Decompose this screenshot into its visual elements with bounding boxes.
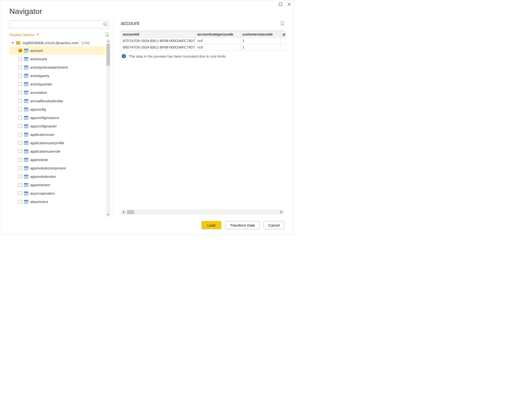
- column-header[interactable]: accountcategorycode: [195, 31, 241, 38]
- load-button[interactable]: Load: [202, 221, 221, 229]
- tree-item-checkbox[interactable]: [19, 124, 22, 128]
- preview-grid-wrap: accountidaccountcategorycodecustomersize…: [121, 31, 284, 51]
- table-icon: [24, 141, 28, 145]
- tree-item-checkbox[interactable]: [19, 57, 22, 61]
- tree-item[interactable]: asyncoperation: [9, 189, 106, 197]
- tree-item-checkbox[interactable]: [19, 183, 22, 187]
- table-icon: [24, 200, 28, 204]
- scroll-up-icon[interactable]: [106, 39, 110, 44]
- options-row: Display Options: [9, 31, 110, 39]
- window-controls: [278, 2, 291, 7]
- table-icon: [24, 150, 28, 153]
- table-row[interactable]: 89D7A7D0-292A-EB11-BF68-000D3AFC74D7null…: [121, 44, 285, 51]
- cell-customersizecode[interactable]: 1: [241, 38, 281, 44]
- h-scroll-track[interactable]: [127, 210, 278, 215]
- dialog-header: Navigator: [0, 0, 293, 19]
- tree-item-checkbox[interactable]: [19, 150, 22, 153]
- close-icon[interactable]: [287, 2, 291, 7]
- navigator-tree[interactable]: org0b539308.crm10.dynamics.com [199] acc…: [9, 39, 106, 217]
- refresh-list-icon[interactable]: [105, 32, 109, 37]
- scroll-right-icon[interactable]: [278, 211, 284, 214]
- tree-root[interactable]: org0b539308.crm10.dynamics.com [199]: [9, 39, 106, 46]
- column-header[interactable]: accountid: [121, 31, 195, 38]
- table-icon: [24, 166, 28, 170]
- table-icon: [24, 192, 28, 195]
- tree-item-checkbox[interactable]: [19, 116, 22, 120]
- column-header[interactable]: pr: [281, 31, 285, 38]
- tree-item-checkbox[interactable]: [19, 108, 22, 111]
- table-icon: [24, 49, 28, 52]
- preview-h-scrollbar[interactable]: [121, 210, 284, 215]
- cell-accountcategorycode[interactable]: null: [195, 38, 241, 44]
- tree-item[interactable]: activitymimeattachment: [9, 63, 106, 72]
- cancel-button[interactable]: Cancel: [264, 221, 284, 229]
- preview-grid[interactable]: accountidaccountcategorycodecustomersize…: [121, 31, 285, 51]
- tree-item-checkbox[interactable]: [19, 74, 22, 78]
- tree-item[interactable]: attachment: [9, 197, 106, 206]
- tree-item-label: annotation: [30, 91, 47, 94]
- search-input[interactable]: [9, 20, 109, 28]
- tree-item-checkbox[interactable]: [19, 175, 22, 178]
- maximize-icon[interactable]: [278, 2, 283, 7]
- scroll-left-icon[interactable]: [121, 211, 127, 214]
- tree-item[interactable]: applicationuserrole: [9, 147, 106, 155]
- tree-item-label: appconfigmaster: [30, 124, 57, 128]
- chevron-down-icon: [37, 34, 39, 35]
- column-header[interactable]: customersizecode: [241, 31, 281, 38]
- tree-item[interactable]: actioncard: [9, 55, 106, 63]
- tree-item[interactable]: annualfiscalcalendar: [9, 97, 106, 105]
- search-wrap: [9, 20, 109, 28]
- tree-item-checkbox[interactable]: [19, 192, 22, 195]
- h-scroll-thumb[interactable]: [127, 210, 134, 214]
- cell-customersizecode[interactable]: 1: [241, 44, 281, 51]
- svg-rect-0: [279, 3, 282, 6]
- tree-item-checkbox[interactable]: [19, 49, 22, 52]
- cell-accountcategorycode[interactable]: null: [195, 44, 241, 51]
- tree-item[interactable]: annotation: [9, 88, 106, 97]
- tree-item-checkbox[interactable]: [19, 91, 22, 94]
- tree-item-checkbox[interactable]: [19, 82, 22, 86]
- tree-item[interactable]: applicationuserprofile: [9, 139, 106, 147]
- table-icon: [24, 108, 28, 111]
- cell-accountid[interactable]: 89D7A7D0-292A-EB11-BF68-000D3AFC74D7: [121, 44, 195, 51]
- tree-item[interactable]: account: [9, 46, 106, 55]
- table-row[interactable]: 87D7A7D0-292A-EB11-BF68-000D3AFC74D7null…: [121, 38, 285, 44]
- svg-point-1: [104, 22, 106, 25]
- tree-item[interactable]: appmoduleroles: [9, 172, 106, 181]
- right-pane: account accountidaccountcategorycodecust…: [113, 19, 293, 217]
- tree-item-checkbox[interactable]: [19, 133, 22, 136]
- scroll-track[interactable]: [106, 44, 110, 212]
- tree-scrollbar[interactable]: [106, 39, 110, 217]
- cell-truncated[interactable]: [281, 38, 285, 44]
- tree-item-label: activitymimeattachment: [30, 65, 68, 69]
- expand-arrow-icon[interactable]: [12, 42, 14, 44]
- scroll-down-icon[interactable]: [106, 212, 110, 217]
- tree-item[interactable]: appconfig: [9, 105, 106, 113]
- tree-item-checkbox[interactable]: [19, 141, 22, 145]
- root-count: [199]: [81, 41, 89, 45]
- tree-item[interactable]: activityparty: [9, 72, 106, 80]
- refresh-preview-icon[interactable]: [280, 21, 284, 26]
- table-icon: [24, 91, 28, 94]
- tree-item[interactable]: appconfigmaster: [9, 122, 106, 130]
- tree-item[interactable]: appointment: [9, 181, 106, 189]
- transform-data-button[interactable]: Transform Data: [226, 221, 260, 229]
- dialog-body: Display Options org0b539308.crm10.dynami…: [0, 19, 293, 217]
- scroll-thumb[interactable]: [107, 44, 110, 66]
- search-icon[interactable]: [103, 22, 108, 26]
- tree-item[interactable]: appconfiginstance: [9, 113, 106, 122]
- display-options-dropdown[interactable]: Display Options: [9, 33, 39, 37]
- cell-accountid[interactable]: 87D7A7D0-292A-EB11-BF68-000D3AFC74D7: [121, 38, 195, 44]
- table-icon: [24, 65, 28, 69]
- tree-item-checkbox[interactable]: [19, 65, 22, 69]
- tree-item[interactable]: applicationuser: [9, 130, 106, 139]
- tree-item-label: activityparty: [30, 74, 49, 78]
- tree-item-checkbox[interactable]: [19, 166, 22, 170]
- tree-item-checkbox[interactable]: [19, 158, 22, 162]
- tree-item-checkbox[interactable]: [19, 200, 22, 204]
- tree-item-checkbox[interactable]: [19, 99, 22, 103]
- tree-item[interactable]: appmodulecomponent: [9, 164, 106, 172]
- cell-truncated[interactable]: [281, 44, 285, 51]
- tree-item[interactable]: activitypointer: [9, 80, 106, 88]
- tree-item[interactable]: appmodule: [9, 155, 106, 164]
